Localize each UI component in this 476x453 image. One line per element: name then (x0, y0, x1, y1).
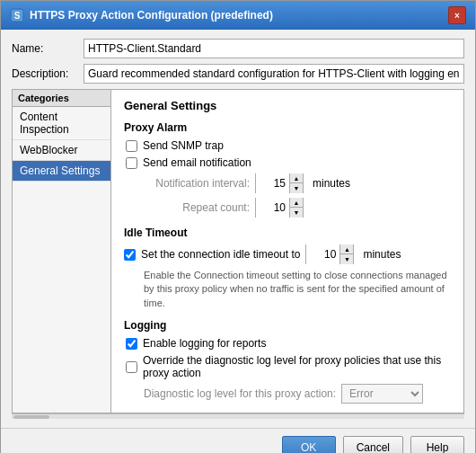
send-email-checkbox[interactable] (126, 157, 137, 169)
notification-interval-down[interactable]: ▼ (290, 183, 303, 193)
svg-text:S: S (14, 11, 21, 21)
set-timeout-label: Set the connection idle timeout to (141, 248, 300, 261)
repeat-count-down[interactable]: ▼ (290, 208, 303, 218)
repeat-count-spinner: ▲ ▼ (255, 198, 304, 218)
close-button[interactable]: × (448, 6, 466, 24)
enable-logging-label: Enable logging for reports (143, 337, 266, 350)
proxy-alarm-title: Proxy Alarm (124, 121, 451, 134)
timeout-info-text: Enable the Connection timeout setting to… (124, 269, 451, 310)
timeout-buttons: ▲ ▼ (340, 244, 353, 264)
timeout-down[interactable]: ▼ (340, 254, 353, 264)
diagnostic-dropdown-label: Diagnostic log level for this proxy acti… (144, 387, 336, 400)
dialog-title: HTTPS Proxy Action Configuration (predef… (30, 9, 273, 22)
sidebar-item-general-settings[interactable]: General Settings (13, 161, 110, 182)
override-diagnostic-checkbox[interactable] (126, 361, 137, 373)
repeat-count-buttons: ▲ ▼ (290, 198, 303, 218)
notification-interval-buttons: ▲ ▼ (290, 173, 303, 193)
logging-title: Logging (124, 319, 451, 332)
title-bar: S HTTPS Proxy Action Configuration (pred… (1, 1, 475, 30)
timeout-unit: minutes (363, 248, 401, 261)
notification-interval-row: Notification interval: ▲ ▼ minutes (124, 173, 451, 193)
notification-interval-spinner: ▲ ▼ (255, 173, 304, 193)
name-label: Name: (12, 42, 84, 55)
categories-title: Categories (13, 90, 110, 107)
notification-interval-label: Notification interval: (142, 177, 250, 190)
ok-button[interactable]: OK (282, 436, 336, 453)
send-snmp-checkbox[interactable] (126, 140, 137, 152)
diagnostic-level-select[interactable]: Error Warning Information Debug (341, 384, 423, 404)
connection-timeout-row: Set the connection idle timeout to ▲ ▼ m… (124, 244, 451, 264)
notification-interval-up[interactable]: ▲ (290, 173, 303, 183)
enable-logging-row: Enable logging for reports (124, 337, 451, 350)
section-title: General Settings (124, 99, 451, 112)
horizontal-scrollbar[interactable] (12, 413, 464, 419)
timeout-spinner: ▲ ▼ (305, 244, 354, 264)
description-input[interactable] (84, 64, 464, 84)
bottom-bar: OK Cancel Help (1, 428, 475, 453)
cancel-button[interactable]: Cancel (343, 436, 403, 453)
enable-logging-checkbox[interactable] (126, 338, 137, 350)
override-diagnostic-label: Override the diagnostic log level for pr… (143, 354, 451, 379)
sidebar-item-content-inspection[interactable]: Content Inspection (13, 107, 110, 140)
idle-timeout-title: Idle Timeout (124, 226, 451, 239)
notification-interval-unit: minutes (313, 177, 350, 190)
description-label: Description: (12, 67, 84, 80)
repeat-count-label: Repeat count: (142, 201, 250, 214)
override-diagnostic-row: Override the diagnostic log level for pr… (124, 354, 451, 379)
send-email-row: Send email notification (124, 156, 451, 169)
repeat-count-row: Repeat count: ▲ ▼ (124, 198, 451, 218)
help-button[interactable]: Help (410, 436, 464, 453)
send-email-label: Send email notification (143, 156, 251, 169)
content-panel: General Settings Proxy Alarm Send SNMP t… (111, 90, 463, 413)
notification-interval-input[interactable] (256, 173, 290, 193)
name-input[interactable] (84, 39, 464, 58)
send-snmp-label: Send SNMP trap (143, 139, 224, 152)
set-timeout-checkbox[interactable] (124, 249, 136, 261)
sidebar-item-webblocker[interactable]: WebBlocker (13, 140, 110, 161)
main-area: Categories Content Inspection WebBlocker… (12, 89, 464, 413)
main-dialog: S HTTPS Proxy Action Configuration (pred… (0, 0, 476, 453)
title-bar-left: S HTTPS Proxy Action Configuration (pred… (10, 8, 273, 22)
dialog-icon: S (10, 8, 24, 22)
name-row: Name: (12, 39, 464, 58)
timeout-up[interactable]: ▲ (340, 244, 353, 254)
timeout-input[interactable] (306, 244, 340, 264)
dialog-body: Name: Description: Categories Content In… (1, 30, 475, 428)
categories-panel: Categories Content Inspection WebBlocker… (13, 90, 111, 413)
scrollbar-thumb[interactable] (13, 415, 49, 419)
send-snmp-row: Send SNMP trap (124, 139, 451, 152)
repeat-count-up[interactable]: ▲ (290, 198, 303, 208)
diagnostic-dropdown-row: Diagnostic log level for this proxy acti… (124, 384, 451, 404)
description-row: Description: (12, 64, 464, 84)
repeat-count-input[interactable] (256, 198, 290, 218)
